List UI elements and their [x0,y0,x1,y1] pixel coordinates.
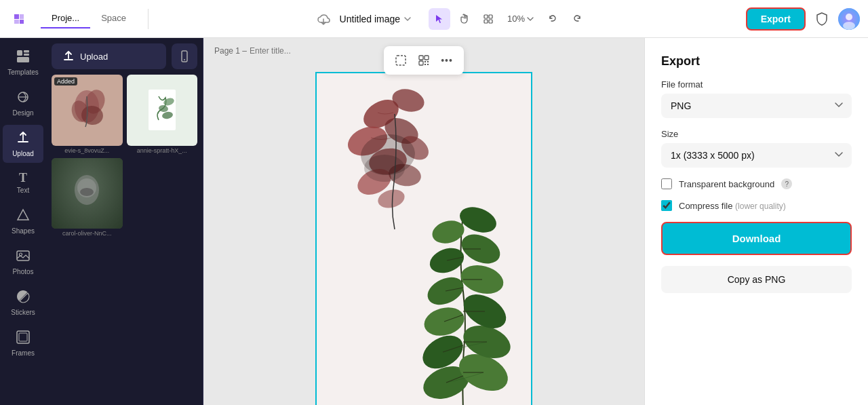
thumb1-image [60,83,114,137]
svg-rect-32 [419,61,423,65]
file-format-section: File format PNG JPG SVG PDF MP4 GIF [661,79,852,118]
svg-rect-33 [425,61,426,62]
svg-rect-2 [484,20,488,23]
svg-rect-29 [396,56,406,65]
thumb3-image [70,173,104,214]
compress-label[interactable]: Compress file (lower quality) [679,201,786,211]
redo-button[interactable] [566,8,587,30]
media-thumb-1-label: evie-s_8vovuZ... [52,147,123,154]
canvas-more-btn[interactable]: ••• [437,50,457,71]
svg-rect-0 [484,15,488,18]
svg-point-28 [80,188,94,196]
cloud-save-button[interactable] [313,8,334,30]
svg-point-13 [20,253,22,256]
media-thumb-2-label: annie-spratt-hX_... [127,147,198,154]
canvas-image-bottom [389,179,532,405]
page-title-input[interactable] [250,46,351,56]
media-item-2: annie-spratt-hX_... [127,75,198,154]
zoom-control[interactable]: 10% [502,11,540,26]
svg-rect-34 [427,61,429,62]
zoom-level: 10% [507,14,525,24]
compress-file-row: Compress file (lower quality) [661,200,852,211]
topbar-right: Export [746,7,860,31]
compress-file-label: Compress file [679,201,732,211]
svg-point-17 [184,59,185,60]
sidebar-item-frames[interactable]: Frames [3,324,43,362]
photos-icon [16,248,31,267]
download-button[interactable]: Download [661,222,852,255]
sidebar-item-shapes[interactable]: Shapes [3,202,43,240]
added-badge: Added [54,77,77,85]
sidebar-item-design[interactable]: Design [3,84,43,122]
export-button[interactable]: Export [746,7,806,31]
transparent-bg-info-icon[interactable]: ? [781,178,792,189]
main-layout: Templates Design Upload T T [0,38,868,405]
media-item-3: carol-oliver-NnC... [52,158,123,237]
media-thumb-3-label: carol-oliver-NnC... [52,230,123,237]
media-thumb-2[interactable] [127,75,198,146]
tab-project[interactable]: Proje... [41,9,90,28]
canvas-tools: 10% [429,8,587,30]
svg-rect-36 [427,64,429,65]
topbar-center: Untitled image [159,8,741,30]
file-format-select[interactable]: PNG JPG SVG PDF MP4 GIF [661,94,852,118]
shapes-icon [16,208,31,226]
svg-rect-35 [425,64,426,65]
upload-icon [16,130,31,149]
topbar: Proje... Space Untitled image [0,0,868,38]
project-tabs: Proje... Space [41,9,137,28]
select-tool-button[interactable] [429,8,450,30]
svg-point-6 [843,22,855,30]
svg-point-47 [364,155,405,182]
svg-rect-1 [489,15,492,18]
user-avatar[interactable] [838,8,860,30]
canvas-qr-btn[interactable] [414,50,434,71]
shield-button[interactable] [811,8,833,30]
stickers-label: Stickers [11,309,35,316]
sidebar-item-templates[interactable]: Templates [3,43,43,81]
page-number: Page 1 – [214,46,247,56]
size-dropdown-wrapper: 1x (3333 x 5000 px) 2x (6666 x 10000 px)… [661,143,852,168]
mobile-icon [178,50,191,62]
tab-space[interactable]: Space [90,9,137,28]
media-grid: Added evie-s_8vovuZ... [52,75,197,237]
canvas-frame[interactable] [315,72,532,405]
sidebar-item-photos[interactable]: Photos [3,243,43,281]
templates-label: Templates [7,69,39,76]
frames-icon [16,330,31,348]
transparent-bg-label[interactable]: Transparent background [679,179,774,189]
design-label: Design [12,109,33,117]
mobile-upload-button[interactable] [172,43,197,69]
templates-icon [16,49,31,67]
hand-tool-button[interactable] [453,8,475,30]
transparent-bg-checkbox[interactable] [661,178,672,189]
file-format-label: File format [661,79,852,90]
size-select[interactable]: 1x (3333 x 5000 px) 2x (6666 x 10000 px)… [661,143,852,168]
canvas-floating-toolbar: ••• [384,46,464,75]
undo-button[interactable] [542,8,564,30]
text-icon: T [19,171,27,185]
copy-as-png-button[interactable]: Copy as PNG [661,266,852,293]
export-panel: Export File format PNG JPG SVG PDF MP4 G… [644,38,868,405]
media-thumb-3[interactable] [52,158,123,229]
compress-file-checkbox[interactable] [661,200,672,211]
sidebar-item-upload[interactable]: Upload [3,125,43,163]
grid-tool-button[interactable] [477,8,499,30]
size-label: Size [661,129,852,139]
title-chevron-icon [403,14,412,24]
svg-rect-30 [419,56,423,60]
text-label: Text [17,187,29,194]
frames-label: Frames [12,349,35,357]
canvas-select-btn[interactable] [391,50,411,71]
media-thumb-1[interactable]: Added [52,75,123,146]
upload-button[interactable]: Upload [52,43,166,69]
size-section: Size 1x (3333 x 5000 px) 2x (6666 x 1000… [661,129,852,168]
upload-row: Upload [52,43,197,69]
upload-label: Upload [12,150,34,157]
sidebar-item-stickers[interactable]: Stickers [3,284,43,322]
app-logo[interactable] [8,8,30,30]
design-icon [16,90,31,108]
media-item-1: Added evie-s_8vovuZ... [52,75,123,154]
sidebar-item-text[interactable]: T Text [3,166,43,199]
document-title-area[interactable]: Untitled image [340,14,413,24]
